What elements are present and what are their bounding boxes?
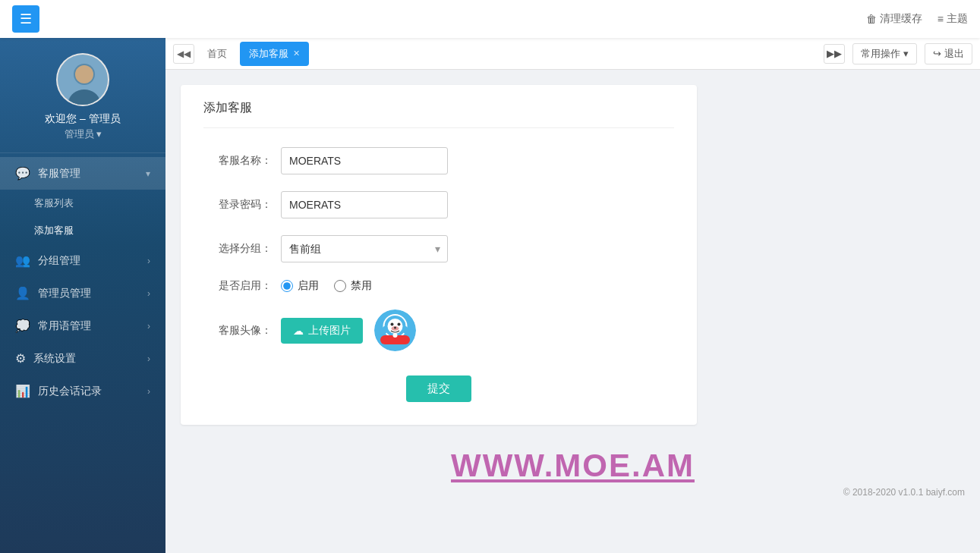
- clear-cache-button[interactable]: 🗑 清理缓存: [866, 12, 922, 26]
- sidebar-item-settings-label: 系统设置: [33, 352, 76, 366]
- upload-image-button[interactable]: ☁ 上传图片: [281, 318, 363, 344]
- submit-row: 提交: [203, 368, 674, 402]
- sidebar: 欢迎您 – 管理员 管理员 💬 客服管理 ▾ 客服列表 添加客服 👥 分组管理 …: [0, 38, 165, 553]
- form-card-title: 添加客服: [203, 100, 674, 128]
- chart-icon: 📊: [15, 384, 30, 398]
- dropdown-icon: ▾: [903, 48, 909, 59]
- sidebar-item-cy[interactable]: 💭 常用语管理 ›: [0, 309, 165, 342]
- chat-icon: 💬: [15, 166, 30, 181]
- tab-back-button[interactable]: ◀◀: [173, 44, 194, 64]
- tab-bar: ◀◀ 首页 添加客服 ✕ ▶▶ 常用操作 ▾ ↪ 退出: [165, 38, 980, 70]
- enable-radio-label[interactable]: 启用: [281, 279, 319, 293]
- theme-label: 主题: [947, 12, 968, 26]
- group-select-wrap: 售前组 售后组 技术组 ▾: [281, 235, 448, 262]
- svg-point-14: [394, 327, 396, 329]
- sidebar-item-fz[interactable]: 👥 分组管理 ›: [0, 244, 165, 277]
- enable-label: 是否启用：: [203, 279, 272, 293]
- disable-option-text: 禁用: [351, 279, 372, 293]
- theme-icon: ≡: [937, 13, 944, 25]
- content-area: ◀◀ 首页 添加客服 ✕ ▶▶ 常用操作 ▾ ↪ 退出: [165, 38, 980, 553]
- tab-home-label: 首页: [207, 47, 227, 61]
- tab-add-kf[interactable]: 添加客服 ✕: [240, 42, 309, 66]
- common-ops-label: 常用操作: [861, 47, 900, 61]
- sidebar-username: 欢迎您 – 管理员: [45, 112, 121, 126]
- password-input[interactable]: [281, 191, 448, 218]
- logout-icon: ↪: [933, 48, 941, 59]
- gear-icon: ⚙: [15, 351, 26, 366]
- clear-cache-label: 清理缓存: [880, 12, 922, 26]
- chevron-right-icon-5: ›: [147, 386, 150, 397]
- avatar-label: 客服头像：: [203, 324, 272, 338]
- chevron-right-icon-3: ›: [147, 321, 150, 331]
- footer-area: WWW.MOE.AM © 2018-2020 v1.0.1 baiyf.com: [181, 448, 965, 498]
- disable-radio[interactable]: [334, 280, 346, 292]
- avatar: [56, 53, 109, 106]
- enable-option-text: 启用: [298, 279, 319, 293]
- password-label: 登录密码：: [203, 198, 272, 212]
- sidebar-item-settings[interactable]: ⚙ 系统设置 ›: [0, 342, 165, 375]
- menu-toggle-button[interactable]: ☰: [12, 5, 39, 33]
- form-row-password: 登录密码：: [203, 191, 674, 218]
- name-input[interactable]: [281, 147, 448, 174]
- chevron-right-icon-4: ›: [147, 353, 150, 364]
- chevron-right-icon-2: ›: [147, 288, 150, 299]
- sidebar-subitem-addkf[interactable]: 添加客服: [0, 217, 165, 244]
- admin-icon: 👤: [15, 286, 30, 300]
- main-layout: 欢迎您 – 管理员 管理员 💬 客服管理 ▾ 客服列表 添加客服 👥 分组管理 …: [0, 38, 980, 553]
- group-icon: 👥: [15, 253, 30, 268]
- page-content: 添加客服 客服名称： 登录密码： 选择分组： 售前组: [165, 70, 980, 553]
- svg-point-17: [383, 326, 388, 334]
- form-row-enable: 是否启用： 启用 禁用: [203, 279, 674, 293]
- chevron-down-icon: ▾: [146, 168, 150, 179]
- sidebar-subitem-kflist[interactable]: 客服列表: [0, 190, 165, 217]
- sidebar-item-admin[interactable]: 👤 管理员管理 ›: [0, 277, 165, 309]
- hamburger-icon: ☰: [20, 11, 32, 27]
- sidebar-nav: 💬 客服管理 ▾ 客服列表 添加客服 👥 分组管理 › 👤 管理员管理 › 💭: [0, 153, 165, 411]
- footer-watermark: WWW.MOE.AM: [181, 448, 965, 484]
- avatar-preview: [374, 309, 416, 351]
- enable-radio[interactable]: [281, 280, 293, 292]
- tab-home[interactable]: 首页: [198, 42, 236, 66]
- form-row-group: 选择分组： 售前组 售后组 技术组 ▾: [203, 235, 674, 262]
- common-ops-button[interactable]: 常用操作 ▾: [852, 43, 917, 64]
- sidebar-user-section: 欢迎您 – 管理员 管理员: [0, 38, 165, 153]
- sidebar-item-admin-label: 管理员管理: [38, 287, 91, 300]
- sidebar-role-dropdown[interactable]: 管理员: [65, 127, 102, 141]
- form-row-avatar: 客服头像： ☁ 上传图片: [203, 309, 674, 351]
- submit-button[interactable]: 提交: [406, 375, 471, 402]
- header-left: ☰: [12, 5, 39, 33]
- cloud-upload-icon: ☁: [293, 325, 304, 337]
- chevron-right-icon: ›: [147, 256, 150, 266]
- svg-point-16: [393, 333, 398, 338]
- svg-point-3: [75, 65, 93, 83]
- sidebar-item-fz-label: 分组管理: [38, 254, 80, 268]
- upload-btn-label: 上传图片: [308, 324, 351, 338]
- disable-radio-label[interactable]: 禁用: [334, 279, 372, 293]
- sidebar-item-kf-label: 客服管理: [38, 167, 80, 181]
- footer-copyright: © 2018-2020 v1.0.1 baiyf.com: [181, 487, 965, 498]
- sidebar-item-history[interactable]: 📊 历史会话记录 ›: [0, 375, 165, 407]
- trash-icon: 🗑: [866, 13, 877, 25]
- theme-button[interactable]: ≡ 主题: [937, 12, 968, 26]
- svg-point-11: [391, 323, 394, 326]
- tab-bar-right: ▶▶ 常用操作 ▾ ↪ 退出: [824, 43, 972, 64]
- sidebar-item-cy-label: 常用语管理: [38, 319, 91, 333]
- tab-add-kf-label: 添加客服: [249, 47, 288, 61]
- name-label: 客服名称：: [203, 154, 272, 168]
- radio-group: 启用 禁用: [281, 279, 372, 293]
- sidebar-item-kf[interactable]: 💬 客服管理 ▾: [0, 157, 165, 190]
- form-row-name: 客服名称：: [203, 147, 674, 174]
- message-icon: 💭: [15, 319, 30, 333]
- svg-point-18: [403, 326, 408, 334]
- svg-point-12: [398, 323, 401, 326]
- logout-label: 退出: [944, 47, 964, 61]
- sidebar-item-history-label: 历史会话记录: [38, 385, 102, 398]
- logout-button[interactable]: ↪ 退出: [925, 43, 972, 64]
- group-select[interactable]: 售前组 售后组 技术组: [281, 235, 448, 262]
- tab-forward-button[interactable]: ▶▶: [824, 44, 845, 64]
- group-label: 选择分组：: [203, 242, 272, 256]
- form-card: 添加客服 客服名称： 登录密码： 选择分组： 售前组: [181, 85, 697, 425]
- top-header: ☰ 🗑 清理缓存 ≡ 主题: [0, 0, 980, 38]
- tab-close-icon[interactable]: ✕: [293, 49, 300, 58]
- header-right: 🗑 清理缓存 ≡ 主题: [866, 12, 968, 26]
